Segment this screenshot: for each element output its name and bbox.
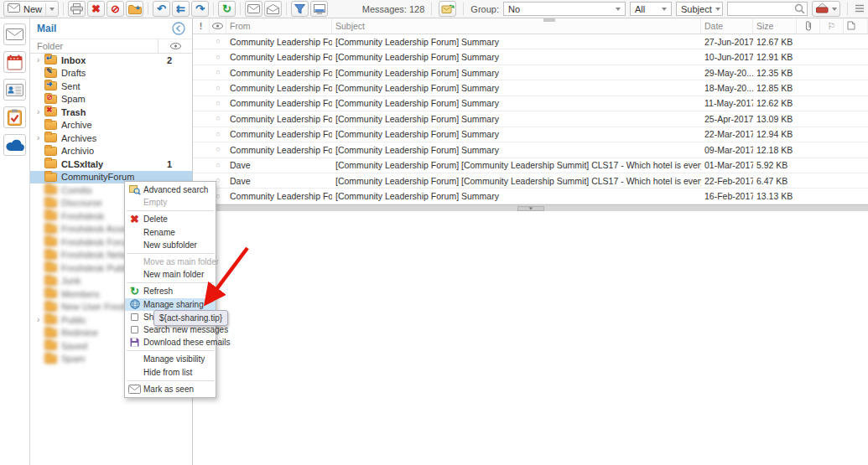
- message-row[interactable]: ○ Dave [Community Leadership Forum] [Com…: [193, 173, 868, 189]
- expand-arrow-icon[interactable]: [37, 316, 44, 324]
- folder-item[interactable]: Sent: [30, 80, 192, 93]
- message-row[interactable]: ○ Community Leadership Foru... [Communit…: [193, 80, 868, 96]
- message-row[interactable]: ○ Community Leadership Foru... [Communit…: [193, 49, 868, 65]
- message-row[interactable]: ○ Community Leadership Foru... [Communit…: [193, 127, 868, 142]
- column-header[interactable]: [844, 18, 868, 34]
- column-header[interactable]: ⚐: [820, 18, 844, 34]
- read-status-icon[interactable]: ○: [210, 65, 226, 80]
- menu-new-subfolder[interactable]: New subfolder: [125, 239, 216, 251]
- menu-separator[interactable]: [127, 350, 214, 351]
- move-to-folder-button[interactable]: [126, 1, 143, 17]
- filter-button[interactable]: [291, 1, 309, 17]
- refresh-button[interactable]: ↻: [218, 1, 236, 17]
- read-status-icon[interactable]: ○: [210, 96, 226, 111]
- column-header[interactable]: [797, 18, 820, 34]
- new-button[interactable]: New: [3, 1, 59, 17]
- menu-separator[interactable]: [127, 210, 214, 211]
- menu-download-these-emails[interactable]: Download these emails: [125, 336, 216, 349]
- message-row[interactable]: ○ Community Leadership Foru... [Communit…: [193, 96, 868, 111]
- tag-button[interactable]: [812, 1, 840, 17]
- print-button[interactable]: [68, 1, 86, 17]
- menu-separator[interactable]: [127, 282, 214, 283]
- tasks-app-button[interactable]: [3, 106, 26, 128]
- delete-button[interactable]: ✖: [87, 1, 105, 17]
- message-row[interactable]: ○ Community Leadership Foru... [Communit…: [193, 111, 868, 127]
- forward-button[interactable]: ↷: [191, 1, 209, 17]
- menu-advanced-search[interactable]: Advanced search: [125, 183, 216, 196]
- menu-hide-from-list[interactable]: Hide from list: [125, 365, 216, 378]
- splitter-collapse-handle[interactable]: [517, 206, 544, 211]
- toolbar-separator[interactable]: [240, 3, 241, 15]
- column-header[interactable]: [210, 18, 226, 34]
- reply-all-button[interactable]: ⇇: [172, 1, 190, 17]
- menu-refresh[interactable]: ↻ Refresh: [125, 285, 216, 297]
- toolbar-separator[interactable]: [148, 3, 148, 15]
- column-header[interactable]: Size: [753, 18, 797, 34]
- eye-icon[interactable]: [159, 43, 192, 49]
- read-status-icon[interactable]: ○: [210, 111, 226, 126]
- message-row[interactable]: ○ Dave [Community Leadership Forum] [Com…: [193, 158, 868, 173]
- from-cell: Community Leadership Foru...: [226, 111, 332, 126]
- search-field-select[interactable]: Subject: [676, 2, 723, 16]
- folder-item[interactable]: Drafts: [30, 67, 192, 80]
- menu-rename[interactable]: Rename: [125, 226, 216, 239]
- read-status-icon[interactable]: ○: [210, 142, 226, 157]
- folder-item[interactable]: Archivio: [30, 145, 192, 158]
- calendar-app-button[interactable]: [3, 51, 26, 73]
- from-cell: Community Leadership Foru...: [226, 80, 332, 95]
- menu-empty[interactable]: Empty: [125, 196, 216, 209]
- folder-item[interactable]: Spam: [30, 93, 192, 106]
- sync-mail-button[interactable]: [439, 1, 456, 17]
- column-header[interactable]: Subject: [332, 18, 701, 34]
- toolbar-separator[interactable]: [213, 3, 214, 15]
- scope-select[interactable]: All: [630, 2, 672, 16]
- message-row[interactable]: ○ Community Leadership Foru... [Communit…: [193, 34, 868, 49]
- from-cell: Dave: [226, 173, 332, 188]
- read-status-icon[interactable]: ○: [210, 158, 226, 173]
- reply-button[interactable]: ↶: [153, 1, 170, 17]
- folder-item[interactable]: Archive: [30, 119, 192, 132]
- folder-item[interactable]: Trash: [30, 106, 192, 119]
- menu-mark-as-seen[interactable]: Mark as seen: [125, 383, 216, 395]
- mark-unread-button[interactable]: [264, 1, 282, 17]
- menu-separator[interactable]: [127, 380, 214, 381]
- column-header[interactable]: From: [226, 18, 332, 34]
- block-spam-button[interactable]: ⊘: [107, 1, 124, 17]
- folder-item[interactable]: Archives: [30, 132, 192, 145]
- folder-item[interactable]: CLSxItaly 1: [30, 158, 192, 171]
- expand-arrow-icon[interactable]: [37, 134, 44, 142]
- column-resize-thumb[interactable]: [543, 18, 555, 22]
- group-select[interactable]: No: [503, 2, 626, 16]
- expand-arrow-icon[interactable]: [37, 108, 44, 116]
- read-status-icon[interactable]: ○: [210, 49, 226, 64]
- column-header[interactable]: !: [193, 18, 210, 34]
- read-status-icon[interactable]: ○: [210, 127, 226, 142]
- message-row[interactable]: ○ Community Leadership Foru... [Communit…: [193, 142, 868, 158]
- folder-item[interactable]: Inbox 2: [30, 54, 192, 67]
- toolbar-separator[interactable]: [286, 3, 287, 15]
- chevron-down-icon[interactable]: [49, 8, 55, 11]
- read-status-icon[interactable]: ○: [210, 34, 226, 49]
- menu-delete[interactable]: ✖ Delete: [125, 213, 216, 225]
- expand-arrow-icon[interactable]: [37, 56, 44, 65]
- collapse-sidebar-icon[interactable]: [172, 22, 185, 35]
- folder-icon: [44, 315, 57, 324]
- read-status-icon[interactable]: ○: [210, 80, 226, 95]
- list-view-menu-icon[interactable]: [855, 4, 865, 14]
- menu-move-as-main-folder[interactable]: Move as main folder: [125, 256, 216, 268]
- list-preview-splitter[interactable]: [193, 204, 868, 211]
- display-settings-button[interactable]: [310, 1, 328, 17]
- toolbar-left-group: New ✖⊘↶⇇↷↻: [3, 1, 328, 17]
- column-header[interactable]: Date: [701, 18, 753, 34]
- files-app-button[interactable]: [3, 134, 26, 156]
- message-row[interactable]: ○ Community Leadership Foru... [Communit…: [193, 189, 868, 204]
- menu-manage-sharing[interactable]: Manage sharing: [125, 298, 216, 311]
- menu-manage-visibility[interactable]: Manage visibility: [125, 353, 216, 365]
- contacts-app-button[interactable]: [3, 79, 26, 101]
- mark-read-button[interactable]: [245, 1, 262, 17]
- menu-new-main-folder[interactable]: New main folder: [125, 268, 216, 281]
- menu-separator[interactable]: [127, 253, 214, 254]
- mail-app-button[interactable]: [3, 23, 26, 45]
- search-icon[interactable]: [794, 3, 805, 16]
- message-row[interactable]: ○ Community Leadership Foru... [Communit…: [193, 65, 868, 80]
